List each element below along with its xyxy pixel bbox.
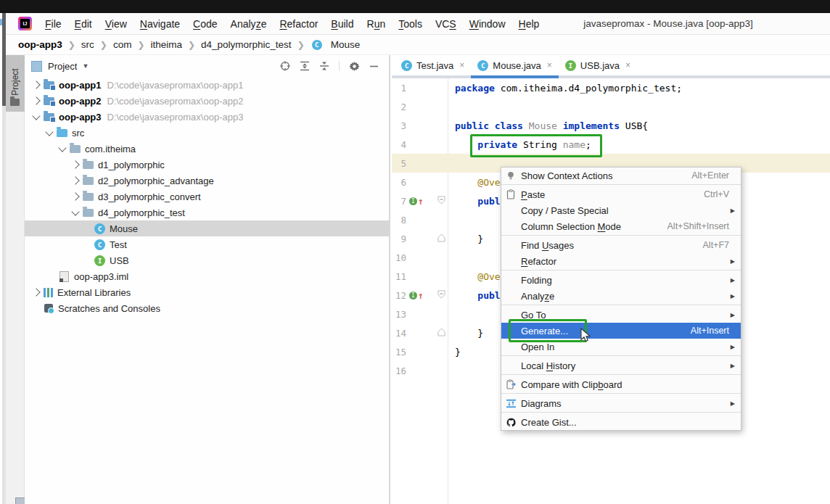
- breadcrumb-class[interactable]: Mouse: [331, 39, 361, 50]
- tab-usb-java[interactable]: I USB.java ×: [559, 55, 637, 75]
- window-title: javasepromax - Mouse.java [oop-app3]: [583, 18, 752, 29]
- tab-mouse-java[interactable]: C Mouse.java ×: [471, 55, 559, 75]
- menu-item-diagrams[interactable]: Diagrams ▶: [501, 395, 741, 411]
- breadcrumb-module[interactable]: oop-app3: [18, 39, 62, 50]
- tree-item-src[interactable]: src: [25, 125, 389, 141]
- code-line-1[interactable]: 1 package com.itheima.d4_polymorphic_tes…: [392, 78, 830, 97]
- tree-item-d4-polymorphic-test[interactable]: d4_polymorphic_test: [25, 205, 389, 220]
- settings-gear-icon[interactable]: [349, 61, 360, 72]
- menu-file[interactable]: File: [38, 13, 68, 34]
- chevron-down-icon[interactable]: ▼: [82, 62, 89, 70]
- breadcrumb-com[interactable]: com: [113, 39, 132, 50]
- line-number: 5: [392, 158, 406, 169]
- breadcrumb-itheima[interactable]: itheima: [150, 39, 182, 50]
- tree-item-oop-app3-iml[interactable]: oop-app3.iml: [25, 268, 389, 284]
- menu-item-local-history[interactable]: Local History ▶: [501, 358, 741, 373]
- breadcrumb-src[interactable]: src: [81, 39, 94, 50]
- left-tool-window-stripe: Project: [6, 55, 25, 504]
- project-panel-title[interactable]: Project: [48, 61, 77, 72]
- menu-item-folding[interactable]: Folding ▶: [501, 272, 741, 288]
- menu-item-copy-paste-special[interactable]: Copy / Paste Special ▶: [501, 202, 741, 218]
- fold-handle-collapse-icon[interactable]: [437, 196, 445, 207]
- menu-item-find-usages[interactable]: Find Usages Alt+F7: [501, 237, 741, 253]
- menu-view[interactable]: View: [99, 13, 133, 34]
- chevron-right-icon[interactable]: [30, 98, 42, 104]
- overrides-method-icon[interactable]: I↑: [409, 291, 424, 300]
- chevron-down-icon[interactable]: [30, 115, 42, 119]
- project-stripe-tab[interactable]: Project: [6, 55, 25, 112]
- chevron-down-icon[interactable]: [57, 147, 68, 151]
- project-view-icon: [31, 61, 42, 72]
- menu-tools[interactable]: Tools: [392, 13, 429, 34]
- breadcrumb-package[interactable]: d4_polymorphic_test: [201, 39, 292, 50]
- tree-item-oop-app2[interactable]: oop-app2 D:\code\javasepromax\oop-app2: [25, 93, 389, 109]
- tree-item-mouse[interactable]: C Mouse: [25, 220, 389, 236]
- tree-item-label: d2_polymorphic_advantage: [98, 175, 214, 186]
- close-icon[interactable]: ×: [625, 60, 630, 70]
- close-icon[interactable]: ×: [459, 60, 464, 70]
- menu-refactor[interactable]: Refactor: [273, 13, 324, 34]
- menu-analyze[interactable]: Analyze: [224, 13, 274, 34]
- line-number: 2: [392, 102, 406, 112]
- hide-panel-icon[interactable]: [369, 62, 379, 71]
- menu-item-generate[interactable]: Generate... Alt+Insert: [501, 323, 741, 339]
- tree-item-external-libraries[interactable]: External Libraries: [25, 284, 389, 300]
- chevron-right-icon[interactable]: [70, 178, 81, 183]
- menu-item-show-context-actions[interactable]: Show Context Actions Alt+Enter: [501, 168, 741, 183]
- gutter: [406, 97, 448, 116]
- menu-code[interactable]: Code: [186, 13, 223, 34]
- menu-item-go-to[interactable]: Go To ▶: [501, 307, 741, 323]
- menu-item-paste[interactable]: Paste Ctrl+V: [501, 186, 741, 202]
- menu-item-compare-with-clipboard[interactable]: Compare with Clipboard: [501, 376, 741, 392]
- close-icon[interactable]: ×: [547, 60, 552, 70]
- tree-item-usb[interactable]: I USB: [25, 252, 389, 268]
- menu-separator: [501, 393, 741, 394]
- package-folder-icon: [83, 177, 94, 185]
- chevron-right-icon[interactable]: [30, 289, 42, 295]
- menu-edit[interactable]: Edit: [68, 13, 99, 34]
- gutter: [406, 323, 448, 342]
- menu-window[interactable]: Window: [463, 13, 512, 34]
- menu-run[interactable]: Run: [361, 13, 393, 34]
- menu-build[interactable]: Build: [324, 13, 360, 34]
- tree-item-scratches[interactable]: Scratches and Consoles: [25, 300, 389, 316]
- bottom-stripe-icon[interactable]: [15, 497, 25, 504]
- menu-item-analyze[interactable]: Analyze ▶: [501, 288, 741, 304]
- package-folder-icon: [83, 193, 94, 201]
- tree-item-oop-app1[interactable]: oop-app1 D:\code\javasepromax\oop-app1: [25, 77, 389, 93]
- tree-item-d3-polymorphic-convert[interactable]: d3_polymorphic_convert: [25, 189, 389, 205]
- menu-item-column-selection-mode[interactable]: Column Selection Mode Alt+Shift+Insert: [501, 218, 741, 234]
- fold-handle-end-icon[interactable]: [437, 328, 445, 339]
- chevron-right-icon[interactable]: [30, 82, 42, 88]
- menu-item-create-gist[interactable]: Create Gist...: [501, 414, 741, 430]
- chevron-down-icon[interactable]: [44, 131, 55, 135]
- tree-item-oop-app3[interactable]: oop-app3 D:\code\javasepromax\oop-app3: [25, 109, 389, 125]
- locate-icon[interactable]: [280, 61, 290, 71]
- gutter: [406, 116, 448, 135]
- submenu-arrow-icon: ▶: [731, 312, 735, 318]
- chevron-down-icon[interactable]: [70, 211, 81, 215]
- expand-all-icon[interactable]: [300, 61, 310, 71]
- overrides-method-icon[interactable]: I↑: [409, 197, 424, 206]
- tree-item-com-itheima[interactable]: com.itheima: [25, 141, 389, 157]
- menu-vcs[interactable]: VCS: [429, 13, 463, 34]
- tree-item-test[interactable]: C Test: [25, 236, 389, 252]
- menu-navigate[interactable]: Navigate: [133, 13, 186, 34]
- code-line-3[interactable]: 3 public class Mouse implements USB{: [392, 116, 830, 135]
- code-line-4[interactable]: 4 private String name;: [392, 135, 830, 154]
- menu-item-refactor[interactable]: Refactor ▶: [501, 253, 741, 269]
- tree-item-d1-polymorphic[interactable]: d1_polymorphic: [25, 157, 389, 173]
- source-folder-icon: [57, 129, 67, 137]
- gutter: I↑: [406, 191, 448, 210]
- chevron-right-icon[interactable]: [70, 162, 81, 168]
- collapse-all-icon[interactable]: [319, 61, 329, 71]
- fold-handle-end-icon[interactable]: [437, 234, 445, 244]
- tree-item-d2-polymorphic-advantage[interactable]: d2_polymorphic_advantage: [25, 173, 389, 189]
- code-line-2[interactable]: 2: [392, 97, 830, 116]
- menu-separator: [501, 305, 741, 305]
- fold-handle-collapse-icon[interactable]: [437, 290, 445, 301]
- chevron-right-icon[interactable]: [70, 194, 81, 199]
- menu-help[interactable]: Help: [512, 13, 546, 34]
- menu-item-open-in[interactable]: Open In ▶: [501, 339, 741, 355]
- tab-test-java[interactable]: C Test.java ×: [395, 55, 471, 75]
